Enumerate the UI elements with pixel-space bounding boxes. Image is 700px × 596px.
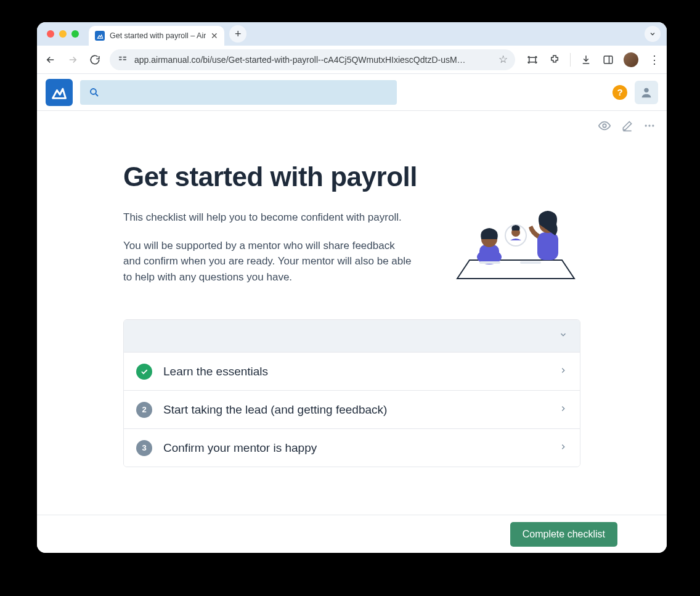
svg-point-10 [648,125,650,126]
browser-tab[interactable]: Get started with payroll – Air ✕ [89,26,224,46]
bookmark-icon[interactable]: ☆ [499,53,508,66]
screenshot-icon[interactable] [526,53,539,67]
svg-point-6 [91,89,96,94]
search-input[interactable] [80,80,397,105]
svg-point-9 [645,125,647,126]
new-tab-button[interactable]: + [229,25,246,43]
page-action-bar [37,111,667,141]
browser-menu-icon[interactable]: ⋮ [647,53,661,67]
user-menu-button[interactable] [635,81,658,104]
profile-avatar[interactable] [624,52,638,67]
page-footer: Complete checklist [37,515,667,553]
svg-rect-1 [119,59,122,60]
svg-rect-20 [520,261,541,264]
svg-rect-0 [119,56,122,57]
step-label: Confirm your mentor is happy [163,441,548,455]
collapse-toggle-icon[interactable] [559,330,568,341]
chevron-right-icon [559,443,568,454]
hero-illustration [451,192,580,291]
more-actions-icon[interactable] [643,120,656,132]
svg-point-7 [644,88,648,92]
close-tab-icon[interactable]: ✕ [211,31,218,41]
edit-icon[interactable] [621,120,633,132]
checklist-item[interactable]: 2 Start taking the lead (and getting fee… [124,390,580,428]
search-icon [89,87,100,98]
back-button[interactable] [43,52,58,67]
help-button[interactable]: ? [612,85,627,100]
app-header: ? [37,74,667,111]
extensions-icon[interactable] [548,53,561,67]
forward-button[interactable] [65,52,80,67]
tab-favicon-icon [95,31,105,41]
chevron-right-icon [559,366,568,377]
hero-section: Get started with payroll This checklist … [123,161,580,297]
svg-rect-5 [604,56,612,63]
step-badge-done-icon [136,364,152,380]
svg-point-8 [603,124,606,128]
tabs-overflow-button[interactable] [645,26,661,42]
checklist-item[interactable]: 3 Confirm your mentor is happy [124,428,580,467]
toolbar-divider [570,53,571,67]
view-icon[interactable] [598,119,611,133]
browser-tab-strip: Get started with payroll – Air ✕ + [37,22,667,46]
sidepanel-icon[interactable] [601,53,615,67]
checklist: Learn the essentials 2 Start taking the … [123,319,580,467]
intro-paragraph-1: This checklist will help you to become c… [123,210,413,226]
minimize-window-button[interactable] [59,30,67,38]
browser-toolbar-right: ⋮ [526,52,661,67]
browser-toolbar: app.airmanual.co/bi/use/Get-started-with… [37,46,667,74]
address-bar[interactable]: app.airmanual.co/bi/use/Get-started-with… [110,49,515,70]
svg-rect-4 [529,57,536,62]
svg-rect-17 [537,232,558,260]
intro-paragraph-2: You will be supported by a mentor who wi… [123,238,413,285]
page-content: Get started with payroll This checklist … [37,141,667,515]
window-controls [47,30,79,38]
svg-rect-19 [479,261,500,264]
svg-rect-2 [123,56,126,57]
checklist-header [124,320,580,352]
app-logo[interactable] [46,79,73,106]
step-label: Start taking the lead (and getting feedb… [163,403,548,417]
user-icon [640,86,653,99]
page-title: Get started with payroll [123,161,426,192]
svg-rect-3 [123,59,126,60]
complete-checklist-button[interactable]: Complete checklist [510,522,617,547]
close-window-button[interactable] [47,30,54,38]
url-text: app.airmanual.co/bi/use/Get-started-with… [134,55,492,65]
tab-title: Get started with payroll – Air [110,31,206,40]
downloads-icon[interactable] [579,53,593,67]
maximize-window-button[interactable] [71,30,79,38]
checklist-item[interactable]: Learn the essentials [124,352,580,390]
site-settings-icon[interactable] [117,54,128,65]
step-label: Learn the essentials [163,365,548,378]
browser-window: Get started with payroll – Air ✕ + app.a… [37,22,667,553]
reload-button[interactable] [88,52,102,67]
svg-point-11 [652,125,654,126]
step-badge: 3 [136,440,152,456]
step-badge: 2 [136,402,152,418]
chevron-right-icon [559,404,568,415]
